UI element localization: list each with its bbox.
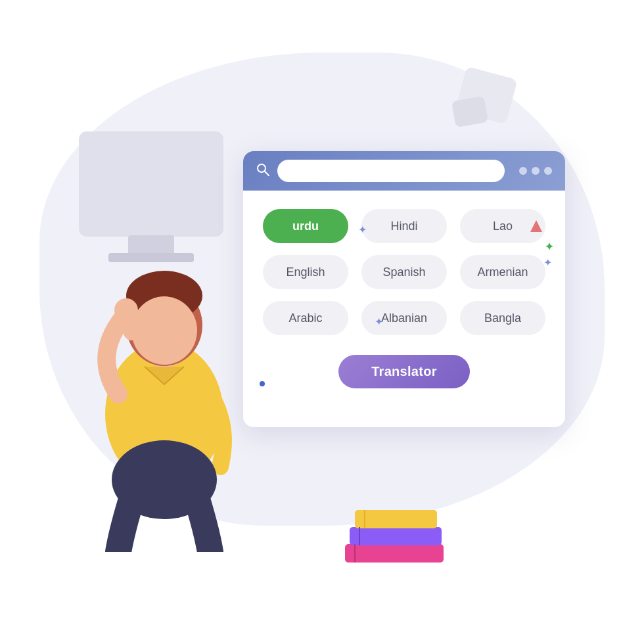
lang-button-urdu[interactable]: urdu (263, 209, 348, 243)
deco-dot-blue (260, 381, 265, 386)
browser-dot-1 (519, 167, 527, 175)
books-illustration (342, 493, 447, 565)
translator-button[interactable]: Translator (338, 355, 470, 388)
browser-dots (519, 167, 552, 175)
sparkle-icon-1: ✦ (358, 223, 367, 236)
bg-decorative-shape-2 (451, 96, 488, 127)
sparkle-icon-3: ✦ (543, 256, 552, 269)
search-icon (256, 163, 269, 179)
lang-button-bangla[interactable]: Bangla (460, 301, 545, 335)
lang-button-hindi[interactable]: Hindi (361, 209, 447, 243)
language-grid: urdu Hindi Lao English Spanish Armenian … (243, 191, 565, 348)
svg-point-1 (258, 164, 265, 172)
svg-point-7 (131, 296, 197, 365)
lang-button-spanish[interactable]: Spanish (361, 255, 447, 289)
lang-button-armenian[interactable]: Armenian (460, 255, 545, 289)
deco-triangle-icon (530, 220, 542, 232)
back-monitor (79, 131, 223, 237)
svg-marker-0 (530, 220, 542, 232)
svg-rect-11 (345, 544, 444, 563)
person-illustration (66, 223, 263, 552)
search-bar[interactable] (277, 160, 505, 182)
svg-rect-13 (355, 510, 437, 528)
lang-button-english[interactable]: English (263, 255, 348, 289)
browser-dot-3 (544, 167, 552, 175)
svg-rect-12 (350, 527, 442, 545)
lang-button-arabic[interactable]: Arabic (263, 301, 348, 335)
browser-window: urdu Hindi Lao English Spanish Armenian … (243, 151, 565, 427)
sparkle-green-icon: ✦ (545, 241, 553, 253)
translator-button-wrap: Translator (243, 355, 565, 388)
svg-point-9 (114, 298, 138, 322)
svg-line-2 (265, 172, 269, 175)
browser-header (243, 151, 565, 191)
browser-dot-2 (532, 167, 540, 175)
sparkle-icon-2: ✦ (375, 315, 383, 328)
